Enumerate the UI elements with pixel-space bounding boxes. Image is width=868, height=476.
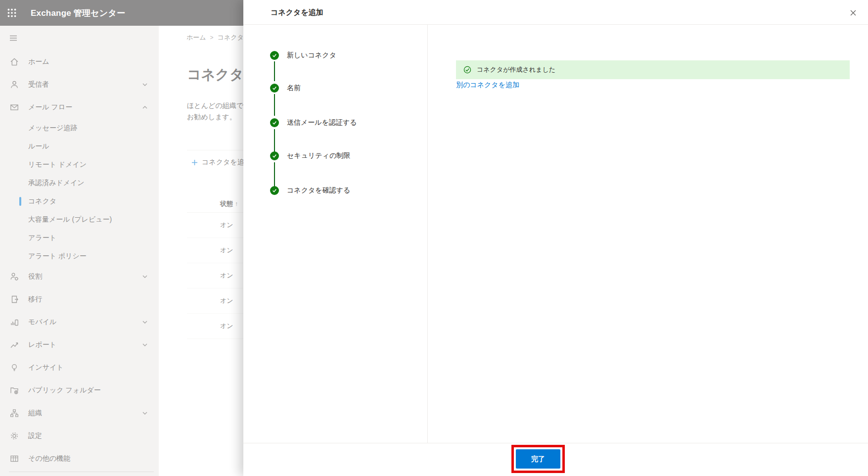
success-banner: コネクタが作成されました (456, 60, 850, 79)
success-check-icon (463, 65, 472, 74)
done-button[interactable]: 完了 (516, 449, 560, 469)
step-completed-icon (270, 151, 279, 160)
wizard-steps: 新しいコネクタ 名前 送信メールを認証する セキュリティの制限 コネクタを確認す… (243, 25, 428, 443)
step-completed-icon (270, 51, 279, 60)
step-completed-icon (270, 186, 279, 195)
add-connector-panel: コネクタを追加 新しいコネクタ 名前 送信メールを認証する (243, 0, 868, 476)
wizard-step-authenticate-sent-email[interactable]: 送信メールを認証する (243, 117, 427, 129)
wizard-step-security-restrictions[interactable]: セキュリティの制限 (243, 150, 427, 162)
wizard-step-name[interactable]: 名前 (243, 82, 427, 94)
wizard-step-review-connector[interactable]: コネクタを確認する (243, 185, 427, 196)
exchange-admin-center: Exchange 管理センター ホーム 受信者 (0, 0, 868, 476)
panel-content: コネクタが作成されました 別のコネクタを追加 (428, 25, 868, 443)
panel-title: コネクタを追加 (271, 0, 323, 25)
success-banner-text: コネクタが作成されました (477, 65, 555, 74)
step-completed-icon (270, 118, 279, 127)
add-another-connector-link[interactable]: 別のコネクタを追加 (456, 81, 519, 90)
close-panel-button[interactable] (847, 6, 860, 19)
wizard-step-new-connector[interactable]: 新しいコネクタ (243, 49, 427, 61)
panel-header: コネクタを追加 (243, 0, 868, 25)
step-connector-line (274, 61, 275, 81)
step-completed-icon (270, 84, 279, 93)
step-connector-line (274, 94, 275, 116)
close-icon (849, 8, 858, 17)
